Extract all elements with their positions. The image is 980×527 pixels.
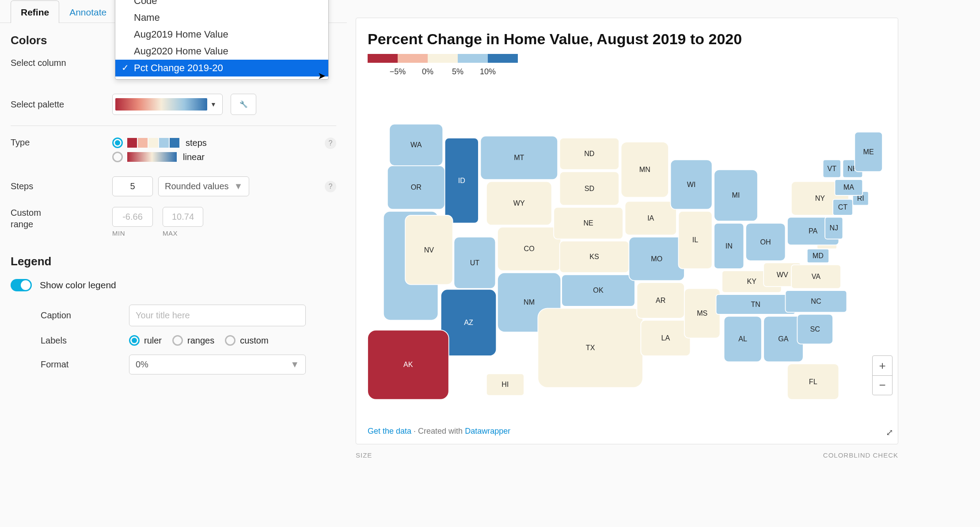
- help-type[interactable]: ?: [325, 137, 336, 149]
- state-MT[interactable]: [480, 136, 558, 180]
- state-ND[interactable]: [560, 138, 619, 170]
- help-steps[interactable]: ?: [325, 181, 336, 192]
- state-SD[interactable]: [560, 172, 619, 205]
- range-max-input[interactable]: [163, 207, 203, 227]
- state-NC[interactable]: [785, 290, 847, 312]
- row-caption: Caption: [41, 305, 336, 326]
- column-dropdown-menu[interactable]: Code Name Aug2019 Home Value Aug2020 Hom…: [115, 0, 329, 80]
- column-option-aug2020[interactable]: Aug2020 Home Value: [115, 43, 328, 60]
- state-NE[interactable]: [554, 207, 623, 239]
- legend-swatch-4: [458, 54, 488, 63]
- column-option-code[interactable]: Code: [115, 0, 328, 9]
- state-MS[interactable]: [684, 289, 720, 338]
- state-MO[interactable]: [629, 237, 684, 281]
- format-select[interactable]: 0% ▼: [129, 355, 306, 374]
- sidebar-panel: Refine Annotate Layout Colors Select col…: [0, 0, 347, 527]
- choropleth-map[interactable]: WAORCAIDNVUTAZMTWYCONMNDSDNEKSOKTXMNIAMO…: [368, 76, 886, 421]
- steps-mode-label: Rounded values: [165, 181, 229, 191]
- state-CO[interactable]: [498, 227, 561, 271]
- state-CT[interactable]: [833, 199, 853, 215]
- state-AK[interactable]: [368, 330, 449, 400]
- labels-option-custom[interactable]: custom: [225, 335, 268, 346]
- state-MN[interactable]: [621, 142, 669, 197]
- column-option-aug2019[interactable]: Aug2019 Home Value: [115, 26, 328, 43]
- state-OR[interactable]: [387, 166, 445, 210]
- column-option-name[interactable]: Name: [115, 9, 328, 26]
- radio-custom[interactable]: [225, 335, 236, 346]
- size-label: SIZE: [356, 451, 372, 459]
- state-ID[interactable]: [445, 138, 479, 223]
- state-AR[interactable]: [637, 283, 684, 318]
- zoom-controls: + −: [872, 355, 893, 395]
- type-linear-label: linear: [183, 152, 205, 162]
- state-ME[interactable]: [855, 132, 882, 172]
- column-option-pctchange[interactable]: Pct Change 2019-20: [115, 60, 328, 76]
- labels-option-ranges[interactable]: ranges: [172, 335, 214, 346]
- state-FL[interactable]: [787, 364, 839, 400]
- show-legend-toggle[interactable]: [11, 279, 32, 291]
- caption-input[interactable]: [129, 305, 306, 326]
- legend-stop-2: 0%: [413, 67, 443, 76]
- state-MA[interactable]: [835, 179, 862, 195]
- state-NV[interactable]: [405, 215, 453, 285]
- preview-footer-controls: SIZE COLORBLIND CHECK: [356, 451, 898, 459]
- state-WI[interactable]: [671, 160, 712, 209]
- type-option-linear[interactable]: linear: [112, 152, 325, 162]
- state-IN[interactable]: [714, 223, 744, 269]
- label-select-column: Select column: [11, 58, 112, 68]
- radio-linear[interactable]: [112, 152, 123, 162]
- state-OK[interactable]: [562, 275, 635, 306]
- label-custom-range: Customrange: [11, 207, 112, 230]
- section-legend-heading: Legend: [11, 255, 336, 268]
- wrench-icon: 🔧: [239, 100, 248, 108]
- tab-annotate[interactable]: Annotate: [59, 0, 117, 23]
- state-VA[interactable]: [791, 265, 841, 289]
- steps-mode-select[interactable]: Rounded values ▼: [158, 176, 249, 196]
- state-TN[interactable]: [716, 294, 795, 314]
- state-VT[interactable]: [823, 160, 841, 177]
- label-labels: Labels: [41, 336, 129, 346]
- tab-refine[interactable]: Refine: [11, 0, 59, 23]
- chevron-down-icon: ▼: [290, 359, 299, 370]
- radio-ruler[interactable]: [129, 335, 140, 346]
- zoom-out-button[interactable]: −: [873, 375, 892, 395]
- chevron-down-icon: ▼: [234, 181, 243, 191]
- get-data-link[interactable]: Get the data: [368, 427, 411, 435]
- state-UT[interactable]: [454, 237, 495, 289]
- state-WY[interactable]: [486, 182, 552, 225]
- palette-dropdown[interactable]: ▼: [112, 94, 223, 115]
- legend-swatch-5: [488, 54, 518, 63]
- state-IL[interactable]: [679, 211, 712, 269]
- legend-stop-3: 5%: [443, 67, 473, 76]
- legend-stop-1: −5%: [383, 67, 413, 76]
- chevron-down-icon: ▼: [207, 101, 220, 108]
- datawrapper-link[interactable]: Datawrapper: [465, 427, 510, 435]
- radio-ranges[interactable]: [172, 335, 183, 346]
- legend-swatch-1: [368, 54, 398, 63]
- expand-icon[interactable]: ⤢: [886, 427, 893, 438]
- state-MD[interactable]: [807, 249, 829, 263]
- format-value: 0%: [136, 359, 148, 370]
- zoom-in-button[interactable]: +: [873, 356, 892, 375]
- range-min-input[interactable]: [112, 207, 153, 227]
- steps-input[interactable]: [112, 176, 153, 196]
- min-sublabel: MIN: [112, 229, 153, 237]
- state-NJ[interactable]: [825, 217, 843, 239]
- state-OH[interactable]: [746, 223, 786, 261]
- labels-option-ruler[interactable]: ruler: [129, 335, 162, 346]
- palette-settings-button[interactable]: 🔧: [231, 94, 256, 115]
- type-option-steps[interactable]: steps: [112, 137, 325, 148]
- state-IA[interactable]: [625, 201, 677, 235]
- state-AL[interactable]: [724, 316, 762, 362]
- state-KS[interactable]: [560, 241, 629, 273]
- state-MI[interactable]: [714, 170, 758, 221]
- show-legend-label: Show color legend: [40, 280, 116, 290]
- state-HI[interactable]: [486, 374, 524, 395]
- radio-steps[interactable]: [112, 137, 123, 148]
- state-LA[interactable]: [641, 320, 690, 356]
- state-SC[interactable]: [797, 314, 833, 344]
- row-type: Type steps linear: [11, 137, 336, 166]
- row-select-column: Select column Code Name Aug2019 Home Val…: [11, 58, 336, 68]
- state-TX[interactable]: [538, 308, 642, 387]
- state-WA[interactable]: [389, 124, 443, 166]
